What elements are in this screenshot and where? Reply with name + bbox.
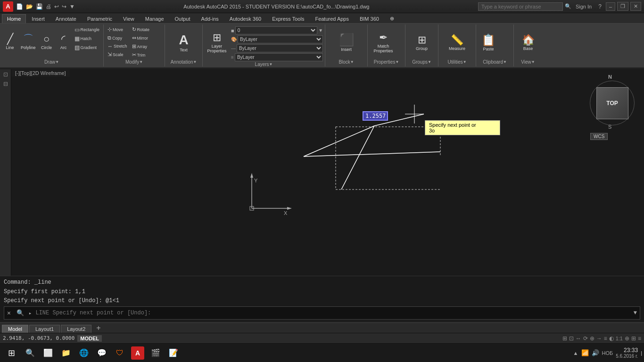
taskbar-search-icon[interactable]: 🔍 [22,345,39,362]
systray-expand[interactable]: ▲ [573,350,578,356]
annotation-scale-icon[interactable]: ⊕ [625,335,629,342]
draw-group-label[interactable]: Draw ▼ [2,59,101,66]
annotation-group-label[interactable]: Annotation ▼ [167,59,200,66]
model-label[interactable]: MODEL [77,335,102,342]
print-icon[interactable]: 🖨 [46,3,51,10]
restore-button[interactable]: ❐ [617,2,628,11]
search-icon[interactable]: 🔍 [565,3,571,9]
tab-home[interactable]: Home [2,14,26,23]
close-button[interactable]: ✕ [630,2,641,11]
tab-addins[interactable]: Add-ins [196,14,224,23]
gradient-button[interactable]: ▧Gradient [73,43,102,52]
ortho-icon[interactable]: ↔ [576,335,581,342]
stretch-button[interactable]: ↔Stretch [106,42,129,50]
layers-group-label[interactable]: Layers ▼ [205,61,323,68]
tab-view[interactable]: View [118,14,140,23]
taskbar-taskview-icon[interactable]: ⬜ [40,345,57,362]
clipboard-group-label[interactable]: Clipboard ▼ [478,59,512,66]
color-select[interactable]: ByLayer [238,35,323,43]
systray-network-icon[interactable]: 📶 [581,349,589,356]
isnap-icon[interactable]: ⊕ [590,335,594,342]
snap-icon[interactable]: ⊡ [569,335,574,342]
new-icon[interactable]: 📄 [16,3,23,10]
command-input[interactable] [33,310,630,316]
layout-tab-model[interactable]: Model [2,325,28,333]
circle-button[interactable]: ○ Circle [39,25,55,58]
show-desktop-button[interactable]: | [641,350,642,356]
text-button[interactable]: A Text [175,26,192,59]
properties-group-label[interactable]: Properties ▼ [370,59,403,66]
dyn-icon[interactable]: → [596,335,602,342]
tab-output[interactable]: Output [170,14,196,23]
lineweight-status-icon[interactable]: ≡ [604,335,607,342]
polyline-button[interactable]: ⌒ Polyline [19,25,38,58]
arc-button[interactable]: ◜ Arc [56,25,72,58]
lineweight-select[interactable]: ByLayer [235,53,323,61]
taskbar-shield-icon[interactable]: 🛡 [111,345,128,362]
signin-button[interactable]: Sign In [573,3,594,10]
layout-tab-layout1[interactable]: Layout1 [29,325,60,333]
canvas-input-foreign[interactable]: 1.2557 [363,111,390,122]
command-close-button[interactable]: ✕ [4,309,14,317]
group-button[interactable]: ⊞ Group [412,26,432,58]
view-group-label[interactable]: View ▼ [516,59,540,66]
layer-dropdown-arrow[interactable]: ▼ [318,28,323,33]
command-expand-icon[interactable]: ▼ [631,310,640,316]
canvas-input[interactable]: 1.2557 [363,111,388,121]
drawing-area[interactable]: [-][Top][2D Wireframe] Y X [11,69,644,291]
move-button[interactable]: ⊹Move [106,25,129,33]
tab-autodesk360[interactable]: Autodesk 360 [224,14,266,23]
taskbar-notepad-icon[interactable]: 📝 [165,345,182,362]
search-input[interactable] [478,2,563,11]
tab-bim360[interactable]: BIM 360 [355,14,384,23]
minimize-button[interactable]: – [606,2,615,11]
groups-group-label[interactable]: Groups ▼ [407,59,436,66]
line-button[interactable]: ╱ Line [2,25,18,58]
base-button[interactable]: 🏠 Base [518,26,538,58]
taskbar-dragon-icon[interactable]: A [129,345,146,362]
copy-button[interactable]: ⧉Copy [106,34,129,42]
modify-group-label[interactable]: Modify ▼ [106,59,163,66]
taskbar-media-icon[interactable]: 🎬 [147,345,164,362]
measure-button[interactable]: 📏 Measure [445,26,470,58]
match-properties-button[interactable]: ✒ Match Properties [370,26,397,58]
open-icon[interactable]: 📂 [26,3,33,10]
viewport-icon2[interactable]: ⊟ [3,81,8,87]
workspace-icon[interactable]: ⊞ [631,335,636,342]
polar-icon[interactable]: ⟳ [583,335,588,342]
clock[interactable]: 23:33 5.6.2016 г. [616,347,638,359]
customize-icon[interactable]: ▼ [69,3,75,10]
help-icon[interactable]: ? [596,2,604,11]
scale-display[interactable]: 1:1 [616,336,623,341]
layout-tab-add[interactable]: + [92,323,104,333]
language-indicator[interactable]: НОБ [602,350,613,356]
rectangle-button[interactable]: ▭Rectangle [73,25,102,34]
undo-icon[interactable]: ↩ [54,3,59,10]
drawing-svg[interactable]: Y X [11,69,644,291]
tab-featuredapps[interactable]: Featured Apps [310,14,354,23]
redo-icon[interactable]: ↪ [62,3,66,10]
settings-icon[interactable]: ≡ [638,335,641,342]
transparency-icon[interactable]: ◐ [609,335,614,342]
layer-select[interactable]: 0 [235,26,317,34]
systray-volume-icon[interactable]: 🔊 [592,349,599,356]
save-icon[interactable]: 💾 [36,3,43,10]
tab-manage[interactable]: Manage [140,14,169,23]
taskbar-explorer-icon[interactable]: 📁 [58,345,74,362]
tab-parametric[interactable]: Parametric [82,14,117,23]
insert-button[interactable]: ⬛ Insert [333,26,360,58]
rotate-button[interactable]: ↻Rotate [130,25,152,33]
start-button[interactable]: ⊞ [2,345,21,362]
block-group-label[interactable]: Block ▼ [327,59,365,66]
array-button[interactable]: ⊞Array [130,42,152,50]
grid-icon[interactable]: ⊞ [562,335,567,342]
tab-overflow[interactable]: ⊕ [385,14,399,23]
viewport-icon1[interactable]: ⊡ [3,71,8,78]
layout-tab-layout2[interactable]: Layout2 [61,325,91,333]
linetype-select[interactable]: ByLayer [237,44,323,52]
taskbar-browser-icon[interactable]: 🌐 [75,345,92,362]
taskbar-skype-icon[interactable]: 💬 [93,345,110,362]
tab-annotate[interactable]: Annotate [50,14,82,23]
command-search-button[interactable]: 🔍 [14,309,27,317]
paste-button[interactable]: 📋 Paste [478,26,499,58]
